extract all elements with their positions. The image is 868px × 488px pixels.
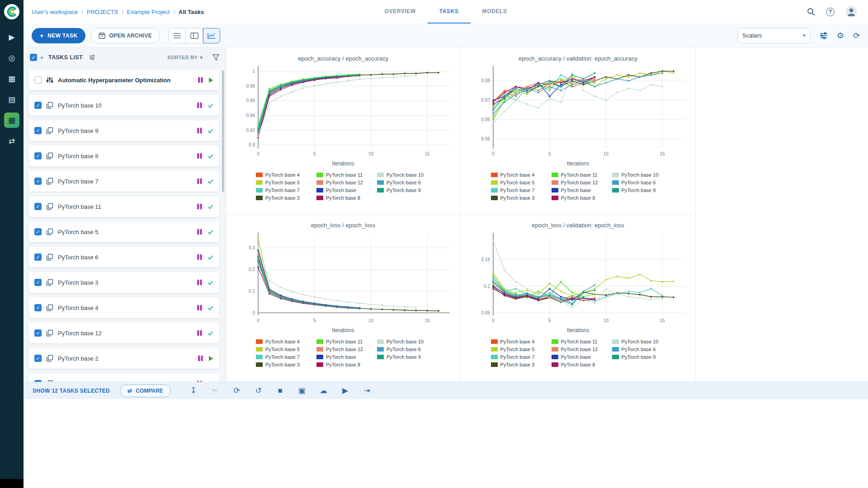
task-row[interactable]: PyTorch base 10 bbox=[29, 95, 219, 116]
refresh-icon[interactable]: ⟳ bbox=[231, 386, 242, 395]
legend-item[interactable]: PyTorch base 11 bbox=[552, 338, 605, 345]
task-checkbox[interactable] bbox=[34, 152, 42, 160]
legend-item[interactable]: PyTorch base 4 bbox=[256, 171, 309, 178]
tab-tasks[interactable]: TASKS bbox=[428, 0, 471, 23]
gear-icon[interactable]: ⚙ bbox=[837, 31, 844, 41]
legend-item[interactable]: PyTorch base 8 bbox=[552, 194, 605, 202]
task-checkbox[interactable] bbox=[34, 253, 42, 261]
legend-item[interactable]: PyTorch base 3 bbox=[256, 194, 309, 202]
breadcrumb-item[interactable]: PROJECTS bbox=[87, 9, 118, 15]
task-row[interactable]: PyTorch base 12 bbox=[29, 323, 219, 343]
task-row[interactable]: PyTorch base 8 bbox=[29, 145, 219, 166]
breadcrumb-item[interactable]: User's workspace bbox=[32, 9, 78, 15]
metric-selector-dropdown[interactable]: Scalars ▾ bbox=[737, 28, 811, 43]
legend-item[interactable]: PyTorch base 9 bbox=[612, 186, 665, 194]
legend-item[interactable]: PyTorch base 10 bbox=[377, 171, 430, 178]
legend-item[interactable]: PyTorch base 6 bbox=[612, 345, 665, 353]
chart-validation-epoch-accuracy[interactable]: epoch_accuracy / validation: epoch_accur… bbox=[461, 48, 696, 215]
marketplace-icon[interactable]: ◎ bbox=[4, 50, 19, 66]
legend-item[interactable]: PyTorch base 10 bbox=[377, 338, 430, 345]
help-icon[interactable]: ? bbox=[826, 8, 835, 16]
legend-item[interactable]: PyTorch base 8 bbox=[552, 361, 605, 368]
legend-item[interactable]: PyTorch base 7 bbox=[256, 353, 309, 361]
reset-icon[interactable]: ↺ bbox=[253, 386, 264, 395]
chart-epoch-accuracy[interactable]: epoch_accuracy / epoch_accuracy 0.90.920… bbox=[226, 48, 461, 215]
legend-item[interactable]: PyTorch base 8 bbox=[316, 194, 370, 202]
auto-refresh-icon[interactable]: ⟳ bbox=[853, 31, 860, 41]
legend-item[interactable]: PyTorch base 12 bbox=[552, 345, 605, 353]
legend-item[interactable]: PyTorch base 5 bbox=[491, 345, 544, 353]
reports-icon[interactable]: ▦ bbox=[4, 71, 19, 86]
legend-item[interactable]: PyTorch base bbox=[552, 353, 605, 361]
task-checkbox[interactable] bbox=[34, 228, 42, 235]
legend-item[interactable]: PyTorch base bbox=[316, 353, 370, 361]
legend-item[interactable]: PyTorch base 7 bbox=[491, 353, 544, 361]
task-row[interactable]: PyTorch base 3 bbox=[29, 272, 219, 293]
new-task-button[interactable]: + NEW TASK bbox=[32, 28, 85, 43]
tab-overview[interactable]: OVERVIEW bbox=[373, 0, 428, 23]
legend-item[interactable]: PyTorch base 12 bbox=[316, 178, 370, 186]
archive-icon[interactable]: ↧ bbox=[188, 386, 199, 395]
task-row[interactable]: PyTorch base 7 bbox=[29, 171, 219, 192]
legend-item[interactable]: PyTorch base 5 bbox=[256, 178, 309, 186]
legend-item[interactable]: PyTorch base 7 bbox=[491, 186, 544, 194]
tasks-selected-label[interactable]: SHOW 12 TASKS SELECTED bbox=[33, 388, 110, 394]
task-checkbox[interactable] bbox=[34, 178, 42, 185]
legend-item[interactable]: PyTorch base 9 bbox=[377, 353, 430, 361]
legend-item[interactable]: PyTorch base 4 bbox=[491, 338, 544, 345]
projects-icon[interactable]: ▦ bbox=[4, 113, 19, 128]
legend-item[interactable]: PyTorch base 5 bbox=[256, 345, 309, 353]
task-checkbox[interactable] bbox=[34, 102, 42, 109]
list-settings-icon[interactable] bbox=[89, 55, 95, 60]
chart-validation-epoch-loss[interactable]: epoch_loss / validation: epoch_loss 0.05… bbox=[461, 215, 696, 381]
filter-funnel-icon[interactable] bbox=[212, 54, 219, 61]
task-checkbox[interactable] bbox=[34, 329, 42, 337]
task-checkbox[interactable] bbox=[34, 76, 42, 84]
sorted-by-control[interactable]: SORTED BY ▾ bbox=[167, 55, 203, 61]
chart-view-toggle[interactable] bbox=[203, 28, 220, 43]
task-checkbox[interactable] bbox=[34, 279, 42, 286]
legend-item[interactable]: PyTorch base bbox=[316, 186, 370, 194]
pipelines-icon[interactable]: ⇄ bbox=[4, 133, 19, 149]
legend-item[interactable]: PyTorch base 10 bbox=[612, 171, 665, 178]
legend-item[interactable]: PyTorch base 4 bbox=[491, 171, 544, 178]
legend-item[interactable]: PyTorch base 11 bbox=[552, 171, 605, 178]
task-row[interactable]: Automatic Hyperparameter Optimization bbox=[29, 70, 219, 90]
task-row[interactable]: PyTorch base 6 bbox=[29, 247, 219, 267]
avatar[interactable] bbox=[845, 6, 857, 18]
select-all-caret-icon[interactable]: ▾ bbox=[41, 55, 43, 60]
move-to-icon[interactable]: ⇥ bbox=[362, 386, 373, 395]
task-row[interactable]: PyTorch base 5 bbox=[29, 221, 219, 242]
select-all-checkbox[interactable]: ✓ bbox=[30, 54, 37, 61]
graph-settings-icon[interactable] bbox=[820, 32, 828, 39]
clearml-logo-icon[interactable] bbox=[3, 3, 20, 22]
getting-started-icon[interactable]: ▶ bbox=[4, 29, 19, 45]
task-checkbox[interactable] bbox=[34, 304, 42, 311]
split-view-toggle[interactable] bbox=[186, 28, 203, 43]
task-row[interactable]: PyTorch base 4 bbox=[29, 297, 219, 318]
legend-item[interactable]: PyTorch base 3 bbox=[491, 194, 544, 202]
legend-item[interactable]: PyTorch base 5 bbox=[491, 178, 544, 186]
legend-item[interactable]: PyTorch base 12 bbox=[316, 345, 370, 353]
abort-icon[interactable]: ■ bbox=[275, 386, 286, 395]
dequeue-icon[interactable]: ▣ bbox=[297, 386, 307, 395]
breadcrumb-item[interactable]: Example Project bbox=[127, 9, 170, 15]
table-view-toggle[interactable] bbox=[169, 28, 186, 43]
tasks-list-scrollbar[interactable] bbox=[222, 70, 224, 192]
legend-item[interactable]: PyTorch base 3 bbox=[256, 361, 309, 368]
legend-item[interactable]: PyTorch base 11 bbox=[316, 171, 370, 178]
tab-models[interactable]: MODELS bbox=[471, 0, 519, 23]
task-checkbox[interactable] bbox=[34, 203, 42, 210]
legend-item[interactable]: PyTorch base 6 bbox=[377, 345, 430, 353]
datasets-icon[interactable]: ▤ bbox=[4, 92, 19, 107]
search-icon[interactable] bbox=[807, 8, 815, 16]
legend-item[interactable]: PyTorch base 6 bbox=[612, 178, 665, 186]
task-checkbox[interactable] bbox=[34, 355, 42, 362]
task-row[interactable]: PyTorch base 2 bbox=[29, 348, 219, 369]
task-row[interactable]: PyTorch base 9 bbox=[29, 120, 219, 141]
enqueue-icon[interactable]: ▶ bbox=[340, 386, 351, 395]
legend-item[interactable]: PyTorch base 9 bbox=[612, 353, 665, 361]
task-row[interactable]: PyTorch base 11 bbox=[29, 196, 219, 217]
compare-button[interactable]: ⇄ COMPARE bbox=[120, 385, 171, 397]
legend-item[interactable]: PyTorch base 4 bbox=[256, 338, 309, 345]
